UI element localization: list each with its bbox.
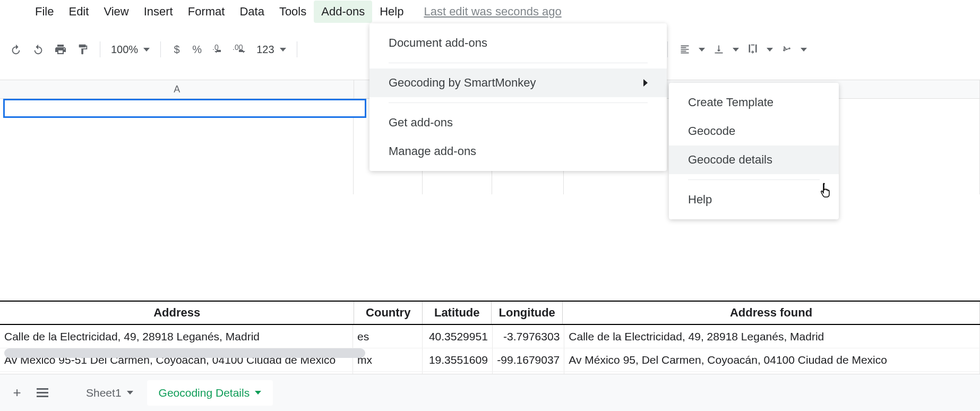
increase-decimal-button[interactable]: .00 [230,39,251,60]
menu-bar: File Edit View Insert Format Data Tools … [0,0,980,23]
menu-item-label: Get add-ons [389,116,453,130]
chevron-down-icon [767,48,773,52]
zoom-value: 100% [111,44,138,56]
svg-rect-3 [37,392,48,393]
menu-view[interactable]: View [96,1,136,23]
cell-found[interactable]: Calle de la Electricidad, 49, 28918 Lega… [564,325,980,348]
menu-geocoding-smartmonkey[interactable]: Geocoding by SmartMonkey [369,68,667,97]
menu-edit[interactable]: Edit [61,1,96,23]
toolbar-separator [160,41,161,57]
zoom-dropdown[interactable]: 100% [107,44,154,56]
chevron-down-icon [127,391,133,395]
toolbar-separator [667,41,668,57]
menu-manage-addons[interactable]: Manage add-ons [369,137,667,166]
submenu-create-template[interactable]: Create Template [669,88,839,117]
print-button[interactable] [50,39,71,60]
tab-label: Sheet1 [86,387,122,399]
menu-data[interactable]: Data [232,1,271,23]
menu-get-addons[interactable]: Get add-ons [369,108,667,137]
redo-button[interactable] [28,39,49,60]
cell-country[interactable]: es [353,325,423,348]
horizontal-scrollbar[interactable] [4,348,980,358]
tab-sheet1[interactable]: Sheet1 [74,380,145,406]
format-percent-button[interactable]: % [187,44,207,56]
sheet-tabs-bar: + Sheet1 Geocoding Details [0,374,980,411]
menu-document-addons[interactable]: Document add-ons [369,29,667,57]
menu-item-label: Geocoding by SmartMonkey [389,76,536,90]
header-latitude[interactable]: Latitude [423,302,492,324]
selected-cell[interactable] [3,99,366,118]
menu-separator [389,63,648,63]
more-formats-dropdown[interactable]: 123 [252,44,290,56]
chevron-right-icon [643,79,648,87]
chevron-down-icon [280,48,286,52]
chevron-down-icon [699,48,705,52]
menu-format[interactable]: Format [180,1,233,23]
menu-item-label: Help [688,193,712,207]
menu-separator [688,179,820,180]
svg-rect-2 [37,388,48,390]
header-address[interactable]: Address [0,302,354,324]
decrease-decimal-button[interactable]: .0 [208,39,229,60]
column-header-a[interactable]: A [0,80,354,98]
header-address-found[interactable]: Address found [563,302,980,324]
scrollbar-thumb[interactable] [4,348,365,358]
svg-rect-4 [37,396,48,397]
header-longitude[interactable]: Longitude [492,302,563,324]
paint-format-button[interactable] [72,39,93,60]
menu-item-label: Geocode details [688,153,772,167]
add-sheet-button[interactable]: + [5,381,29,405]
submenu-geocode-details[interactable]: Geocode details [669,145,839,174]
header-country[interactable]: Country [354,302,423,324]
table-row: Calle de la Electricidad, 49, 28918 Lega… [0,325,980,348]
text-rotation-button[interactable] [776,39,797,60]
mouse-cursor-icon [820,183,833,198]
chevron-down-icon [733,48,739,52]
more-formats-label: 123 [256,44,274,56]
toolbar-separator [100,41,100,57]
menu-item-label: Manage add-ons [389,144,476,158]
tab-label: Geocoding Details [159,387,250,399]
undo-button[interactable] [5,39,27,60]
all-sheets-button[interactable] [31,381,54,405]
submenu-help[interactable]: Help [669,185,839,214]
submenu-geocode[interactable]: Geocode [669,117,839,145]
table-header-row: Address Country Latitude Longitude Addre… [0,302,980,325]
chevron-down-icon [143,48,150,52]
chevron-down-icon [255,391,261,395]
geocoding-submenu: Create Template Geocode Geocode details … [669,83,839,219]
cell-latitude[interactable]: 40.3529951 [423,325,493,348]
toolbar-separator [297,41,297,57]
menu-file[interactable]: File [28,1,61,23]
tab-geocoding-details[interactable]: Geocoding Details [147,380,273,406]
horizontal-align-button[interactable] [674,39,695,60]
text-wrap-button[interactable] [742,39,763,60]
format-currency-button[interactable]: $ [167,44,186,56]
chevron-down-icon [801,48,807,52]
menu-item-label: Geocode [688,124,735,138]
cell-longitude[interactable]: -3.7976303 [493,325,564,348]
menu-item-label: Document add-ons [389,36,487,50]
menu-tools[interactable]: Tools [272,1,314,23]
last-edit-link[interactable]: Last edit was seconds ago [424,5,561,19]
addons-dropdown: Document add-ons Geocoding by SmartMonke… [369,23,667,171]
menu-insert[interactable]: Insert [136,1,180,23]
vertical-align-button[interactable] [708,39,729,60]
cell-address[interactable]: Calle de la Electricidad, 49, 28918 Lega… [0,325,353,348]
menu-separator [389,102,648,103]
menu-help[interactable]: Help [372,1,411,23]
menu-item-label: Create Template [688,96,773,109]
menu-addons[interactable]: Add-ons [314,1,372,23]
